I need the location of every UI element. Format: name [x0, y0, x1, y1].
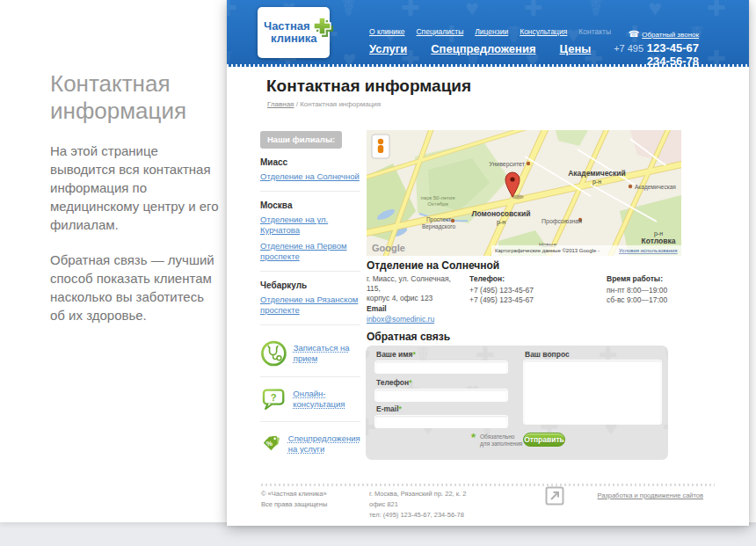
dev-studio-link[interactable]: Разработка и продвижение сайтов: [597, 491, 703, 501]
google-logo[interactable]: Google: [372, 243, 405, 253]
logo-text: Частная клиника: [264, 20, 316, 45]
map-label-akademicheskaya: Академическая: [635, 184, 676, 191]
branches-heading: Наши филиалы:: [260, 131, 342, 149]
hours-weekdays: пн-пт 8:00—19:00: [607, 286, 703, 295]
clinic-logo[interactable]: Частная клиника: [258, 7, 330, 58]
city-name: Чебаркуль: [260, 280, 360, 290]
branch-link[interactable]: Отделение на Солнечной: [260, 171, 360, 182]
branch-link[interactable]: Отделение на Рязанском проспекте: [260, 295, 360, 316]
percent-tag-icon: %: [260, 428, 282, 460]
phone-input[interactable]: [374, 389, 508, 402]
logo-line-1: Частная: [264, 20, 316, 33]
map-label-lomonosovsky-abbr: р-н: [497, 219, 505, 226]
google-map[interactable]: Университет Академический р-н Академичес…: [367, 130, 681, 256]
email-field-label: E-mail*: [376, 404, 402, 413]
question-bubble-icon: ?: [260, 383, 287, 415]
required-asterisk: *: [409, 378, 411, 387]
phones-label: Телефон:: [469, 274, 566, 284]
required-asterisk: *: [413, 350, 416, 359]
footer-address: г. Москва, Рязанский пр. 22, к. 2 офис 8…: [369, 489, 466, 521]
stethoscope-icon: [260, 337, 287, 370]
branch-link[interactable]: Отделение на Первом проспекте: [260, 241, 360, 262]
map-label-park-2: Октября: [427, 201, 447, 207]
breadcrumb-current: Контактная информация: [300, 100, 381, 108]
nav-offers[interactable]: Спецпредложения: [431, 42, 535, 55]
main-navigation: Услуги Спецпредложения Цены: [369, 42, 591, 55]
map-label-university: Университет: [489, 161, 526, 168]
address-line-2: корпус 4, офис 123: [367, 294, 465, 303]
email-link[interactable]: inbox@somedinic.ru: [367, 315, 434, 324]
branch-link[interactable]: Отделение на ул. Курчатова: [260, 215, 360, 236]
callback-link[interactable]: Обратный звонок: [642, 31, 699, 39]
branch-details-title: Отделение на Солнечной: [367, 259, 499, 272]
footer-copyright: © «Частная клиника» Все права защищены: [261, 489, 327, 510]
page-title: Контактная информация: [266, 76, 471, 96]
branch-email-block: Email inbox@somedinic.ru: [367, 304, 434, 324]
hours-label: Время работы:: [607, 274, 703, 284]
nav-specialists[interactable]: Специалисты: [416, 27, 463, 36]
phone-field-label: Телефон*: [376, 378, 411, 387]
branches-sidebar: Наши филиалы: Миасс Отделение на Солнечн…: [260, 130, 360, 466]
branch-address: г. Миасс, ул. Солнечная, 115, корпус 4, …: [367, 274, 465, 303]
header-contact-block: ☎Обратный звонок +7 495 123-45-67 234-56…: [614, 29, 699, 68]
map-terms-link[interactable]: Условия использования: [619, 248, 678, 253]
map-label-profsoyuznaya: Профсоюзная: [542, 218, 582, 225]
nav-contacts[interactable]: Контакты: [578, 27, 611, 36]
email-input[interactable]: [374, 415, 508, 428]
quick-link-label[interactable]: Записаться на прием: [294, 343, 360, 364]
breadcrumb-divider: /: [296, 100, 298, 108]
svg-text:%: %: [265, 440, 273, 448]
phone-icon: ☎: [629, 29, 639, 39]
dev-studio-logo-icon[interactable]: [545, 486, 564, 506]
address-line-1: г. Миасс, ул. Солнечная, 115,: [367, 274, 465, 294]
site-header: ✚ ♥ ☤ ✚ ♥ ✚ ☤ ♥ ✚ ♥ ☤ ✚ ♥ ☤ ✚ ♥ ✚ ☤ ♥ ✚ …: [227, 0, 749, 67]
hours-weekend: сб-вс 9:00—17:00: [607, 295, 703, 305]
svg-text:?: ?: [271, 392, 277, 403]
branch-group-chebarkul: Чебаркуль Отделение на Рязанском проспек…: [260, 280, 360, 325]
branch-phones: Телефон: +7 (495) 123-45-67 +7 (495) 123…: [469, 274, 566, 305]
bottom-strip: [0, 522, 756, 546]
annotation-paragraph-2: Обратная связь — лучший способ показать …: [50, 251, 222, 324]
map-label-akademichesky: Академический: [568, 169, 626, 178]
map-label-akademichesky-abbr: р-н: [592, 178, 601, 186]
quick-link-label[interactable]: Онлайн-консультация: [293, 389, 360, 410]
top-navigation: О клинике Специалисты Лицензии Консульта…: [369, 27, 611, 36]
quick-links: Записаться на прием ? Онлайн-консультаци…: [260, 331, 360, 466]
map-label-vernadskogo-2: Вернадского: [422, 223, 456, 230]
name-input[interactable]: [374, 360, 508, 374]
branch-hours: Время работы: пн-пт 8:00—19:00 сб-вс 9:0…: [607, 274, 703, 305]
phone-number-1-value: 123-45-67: [647, 41, 699, 55]
map-attribution: Картографические данные ©2013 Google -: [495, 248, 600, 253]
nav-licenses[interactable]: Лицензии: [475, 27, 508, 36]
map-label-vernadskogo-1: Проспект: [426, 216, 451, 223]
submit-button[interactable]: Отправить: [523, 433, 565, 447]
nav-consultation[interactable]: Консультация: [520, 27, 567, 36]
question-textarea[interactable]: [523, 360, 662, 425]
annotation-panel: Контактная информация На этой странице в…: [50, 70, 222, 324]
required-note: * Обязательно для заполнения: [471, 433, 522, 448]
green-cross-icon: [309, 15, 338, 43]
question-field-label: Ваш вопрос: [525, 350, 570, 359]
required-asterisk: *: [399, 404, 402, 413]
quick-link-special-offers[interactable]: % Спецпредложения на услуги: [260, 422, 360, 466]
quick-link-online-consult[interactable]: ? Онлайн-консультация: [260, 377, 360, 422]
map-label-kotlovka-2: Котловка: [642, 237, 676, 245]
screenshot-canvas: Контактная информация На этой странице в…: [0, 0, 756, 546]
phone-number-2: 234-56-78: [614, 55, 699, 68]
quick-link-label[interactable]: Спецпредложения на услуги: [288, 433, 360, 455]
nav-prices[interactable]: Цены: [560, 42, 592, 55]
nav-services[interactable]: Услуги: [369, 42, 407, 55]
map-label-lomonosovsky: Ломоносовский: [472, 209, 531, 218]
branch-phone-1: +7 (495) 123-45-67: [469, 286, 566, 295]
phone-prefix: +7 495: [614, 43, 643, 54]
breadcrumb-home-link[interactable]: Главная: [267, 100, 294, 108]
pegman-control-icon[interactable]: [372, 135, 389, 158]
city-name: Миасс: [260, 157, 360, 167]
annotation-paragraph-1: На этой странице выводится вся контактна…: [50, 142, 222, 234]
footer-perforated-edge: [261, 484, 715, 486]
breadcrumb: Главная / Контактная информация: [267, 100, 381, 108]
branch-group-miass: Миасс Отделение на Солнечной: [260, 157, 360, 192]
site-mockup: ✚ ♥ ☤ ✚ ♥ ✚ ☤ ♥ ✚ ♥ ☤ ✚ ♥ ☤ ✚ ♥ ✚ ☤ ♥ ✚ …: [227, 0, 749, 526]
quick-link-appointment[interactable]: Записаться на прием: [260, 331, 360, 377]
nav-about[interactable]: О клинике: [369, 27, 404, 36]
